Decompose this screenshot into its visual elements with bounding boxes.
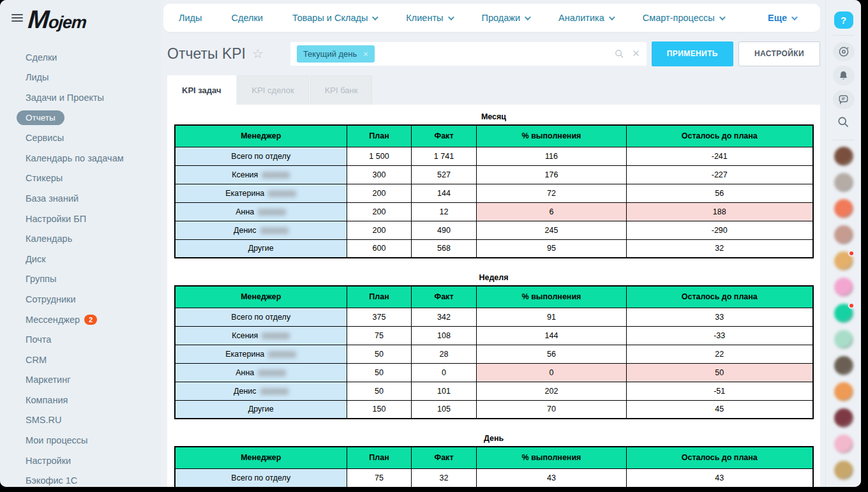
sidebar-item-19[interactable]: Мои процессы [0, 430, 161, 451]
chip-remove-icon[interactable]: × [363, 49, 368, 59]
sidebar-item-12[interactable]: Сотрудники [0, 289, 161, 309]
sidebar-item-10[interactable]: Диск [0, 249, 161, 269]
cell-percent: 176 [477, 165, 627, 184]
cell-fact: 144 [412, 184, 477, 202]
tab-1[interactable]: KPI сделок [237, 75, 309, 105]
sidebar-item-15[interactable]: CRM [0, 350, 161, 370]
logo[interactable]: Mojem [27, 5, 87, 34]
user-avatar-1[interactable] [834, 173, 853, 192]
table-header-row: МенеджерПланФакт% выполненияОсталось до … [175, 286, 813, 308]
rail-divider [833, 140, 855, 140]
cell-fact: 12 [412, 202, 477, 221]
cell-plan: 200 [347, 221, 412, 239]
cell-plan: 300 [347, 165, 412, 184]
chevron-down-icon [447, 14, 454, 20]
favorite-star-icon[interactable]: ☆ [252, 46, 264, 61]
tab-0[interactable]: KPI задач [167, 75, 236, 105]
sidebar-item-label: Календарь [26, 234, 72, 244]
help-button[interactable]: ? [834, 11, 853, 29]
rail-search-icon[interactable] [833, 114, 855, 131]
top-nav-item-6[interactable]: Смарт-процессы [643, 13, 724, 23]
user-avatar-5[interactable] [834, 278, 853, 297]
cell-percent: 70 [477, 400, 627, 419]
sidebar-item-5[interactable]: Календарь по задачам [0, 148, 161, 168]
sidebar-item-1[interactable]: Лиды [0, 68, 161, 88]
manager-name: Ксения [232, 331, 258, 340]
column-header: Факт [412, 286, 477, 308]
user-avatar-0[interactable] [834, 147, 853, 166]
filter-chip[interactable]: Текущий день × [297, 45, 375, 63]
apply-button[interactable]: ПРИМЕНИТЬ [652, 41, 733, 66]
hamburger-menu-icon[interactable] [11, 14, 23, 23]
column-header: % выполнения [477, 286, 627, 308]
manager-name: Анна [236, 207, 254, 216]
top-nav-label: Лиды [179, 13, 202, 23]
top-nav-item-1[interactable]: Сделки [232, 13, 263, 23]
top-nav-item-7[interactable]: Еще [768, 13, 796, 23]
sidebar-item-18[interactable]: SMS.RU [0, 410, 161, 431]
tab-2[interactable]: KPI банк [310, 75, 373, 105]
sidebar-item-20[interactable]: Настройки [0, 451, 161, 471]
avatar-image [834, 461, 853, 480]
sidebar-item-4[interactable]: Сервисы [0, 128, 161, 148]
chat-icon[interactable] [833, 90, 855, 109]
sidebar-item-2[interactable]: Задачи и Проекты [0, 87, 161, 108]
cell-remaining: 33 [627, 308, 813, 326]
search-icon[interactable] [615, 49, 624, 59]
user-avatar-3[interactable] [834, 225, 853, 244]
filter-search-bar[interactable]: Текущий день × ✕ [290, 42, 647, 66]
rail-divider [833, 35, 855, 36]
sidebar-item-14[interactable]: Почта [0, 329, 161, 350]
top-nav-item-3[interactable]: Клиенты [406, 13, 452, 23]
clear-filter-icon[interactable]: ✕ [632, 48, 640, 59]
user-avatar-6[interactable] [834, 304, 853, 323]
manager-name: Другие [248, 244, 274, 253]
column-header: % выполнения [477, 447, 627, 468]
sidebar-item-0[interactable]: Сделки [0, 47, 161, 68]
top-nav-item-2[interactable]: Товары и Склады [292, 13, 377, 23]
sidebar-item-11[interactable]: Группы [0, 269, 161, 290]
cell-percent: 6 [477, 202, 627, 221]
top-nav-item-4[interactable]: Продажи [482, 13, 530, 23]
filter-chip-label: Текущий день [303, 49, 357, 59]
sidebar-item-8[interactable]: Настройки БП [0, 209, 161, 229]
manager-name: Екатерина [225, 189, 264, 198]
user-avatar-4[interactable] [834, 251, 853, 271]
cell-plan: 50 [347, 345, 412, 363]
cell-fact: 101 [412, 382, 477, 400]
sidebar-item-17[interactable]: Компания [0, 390, 161, 410]
cell-plan: 1 500 [347, 147, 412, 165]
user-avatar-7[interactable] [834, 330, 853, 349]
cell-plan: 75 [347, 326, 412, 345]
notifications-bell-icon[interactable] [833, 66, 855, 85]
cell-plan: 600 [347, 239, 412, 258]
top-nav-item-0[interactable]: Лиды [179, 13, 202, 23]
sidebar-item-21[interactable]: Бэкофис 1С [0, 470, 161, 487]
sidebar-item-3[interactable]: Отчеты [0, 108, 161, 128]
settings-button[interactable]: НАСТРОЙКИ [738, 41, 820, 66]
sidebar-item-9[interactable]: Календарь [0, 228, 161, 249]
cell-fact: 105 [412, 400, 477, 419]
user-avatar-12[interactable] [834, 461, 853, 480]
top-nav-item-5[interactable]: Аналитика [558, 13, 613, 23]
pulse-icon[interactable] [833, 42, 855, 61]
cell-manager: Всего по отделу [175, 308, 347, 326]
user-avatar-2[interactable] [834, 199, 853, 218]
column-header: Осталось до плана [627, 286, 813, 308]
blurred-lastname [258, 369, 286, 376]
manager-name: Всего по отделу [231, 473, 290, 482]
user-avatar-8[interactable] [834, 356, 853, 375]
sidebar-item-7[interactable]: База знаний [0, 188, 161, 209]
sidebar-item-label: Мессенджер [26, 315, 80, 325]
cell-percent: 116 [477, 147, 627, 165]
sidebar-item-6[interactable]: Стикеры [0, 168, 161, 189]
cell-remaining: 50 [627, 363, 813, 382]
user-avatar-11[interactable] [834, 435, 853, 454]
sidebar-item-16[interactable]: Маркетинг [0, 370, 161, 391]
cell-remaining: -241 [627, 147, 813, 165]
sidebar-item-13[interactable]: Мессенджер2 [0, 309, 161, 330]
user-avatar-10[interactable] [834, 408, 853, 428]
top-nav-label: Еще [768, 13, 787, 23]
blurred-lastname [260, 227, 288, 234]
user-avatar-9[interactable] [834, 382, 853, 401]
